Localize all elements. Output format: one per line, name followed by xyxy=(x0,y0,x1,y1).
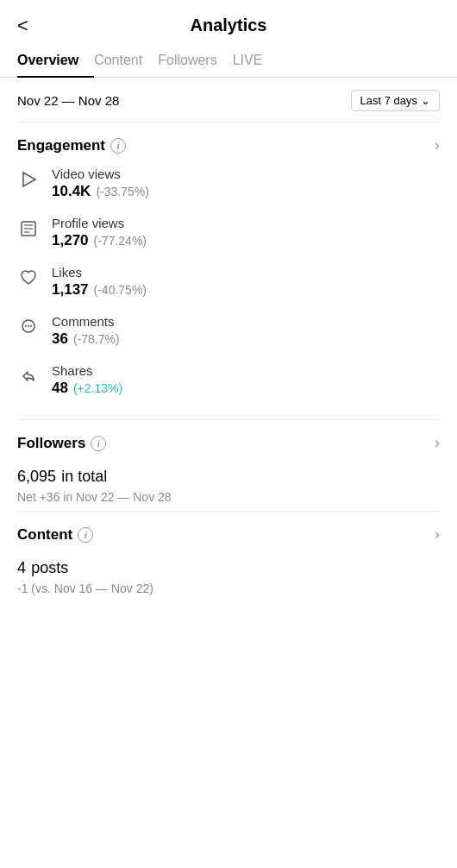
metric-profile-views: Profile views 1,270 (-77.24%) xyxy=(17,216,440,249)
tabs-container: Overview Content Followers LIVE xyxy=(0,44,457,78)
content-posts: 4 posts xyxy=(17,556,440,578)
video-views-change: (-33.75%) xyxy=(96,185,148,198)
tab-overview[interactable]: Overview xyxy=(17,44,94,77)
date-range-label: Nov 22 — Nov 28 xyxy=(17,93,119,108)
share-icon xyxy=(17,365,40,387)
profile-views-value: 1,270 xyxy=(52,232,89,249)
shares-value: 48 xyxy=(52,380,68,397)
content-compare: -1 (vs. Nov 16 — Nov 22) xyxy=(17,582,440,595)
tab-followers[interactable]: Followers xyxy=(158,44,232,77)
followers-net: Net +36 in Nov 22 — Nov 28 xyxy=(17,490,440,504)
comments-change: (-78.7%) xyxy=(73,332,120,346)
content-header: Content i › xyxy=(17,525,440,544)
followers-total-label: in total xyxy=(61,468,107,485)
followers-header: Followers i › xyxy=(17,434,440,452)
video-views-value: 10.4K xyxy=(52,183,91,200)
date-row: Nov 22 — Nov 28 Last 7 days ⌄ xyxy=(0,78,457,122)
video-views-content: Video views 10.4K (-33.75%) xyxy=(52,167,440,200)
metric-comments: Comments 36 (-78.7%) xyxy=(17,314,440,348)
engagement-title: Engagement i xyxy=(17,137,126,154)
likes-label: Likes xyxy=(52,265,440,280)
followers-section: Followers i › 6,095 in total Net +36 in … xyxy=(0,420,457,511)
video-views-label: Video views xyxy=(52,167,440,181)
page-title: Analytics xyxy=(191,16,267,35)
followers-chevron-icon[interactable]: › xyxy=(435,434,440,452)
content-section: Content i › 4 posts -1 (vs. Nov 16 — Nov… xyxy=(0,512,457,602)
svg-point-8 xyxy=(30,325,32,327)
metric-shares: Shares 48 (+2.13%) xyxy=(17,363,440,397)
back-button[interactable]: < xyxy=(17,15,28,37)
engagement-chevron-icon[interactable]: › xyxy=(435,136,440,154)
content-title: Content i xyxy=(17,526,93,544)
shares-label: Shares xyxy=(52,363,440,378)
shares-change: (+2.13%) xyxy=(73,381,122,395)
header: < Analytics xyxy=(0,0,457,44)
likes-value: 1,137 xyxy=(52,281,89,299)
shares-value-row: 48 (+2.13%) xyxy=(52,380,440,397)
profile-views-content: Profile views 1,270 (-77.24%) xyxy=(52,216,440,249)
content-posts-label: posts xyxy=(31,559,68,576)
profile-icon xyxy=(17,217,40,240)
tab-content[interactable]: Content xyxy=(94,44,158,77)
date-selector-label: Last 7 days xyxy=(360,94,418,107)
comments-content: Comments 36 (-78.7%) xyxy=(52,314,440,348)
svg-marker-0 xyxy=(23,173,35,186)
content-info-icon[interactable]: i xyxy=(78,527,93,543)
likes-value-row: 1,137 (-40.75%) xyxy=(52,281,440,299)
svg-point-6 xyxy=(25,325,27,327)
metric-likes: Likes 1,137 (-40.75%) xyxy=(17,265,440,299)
content-chevron-icon[interactable]: › xyxy=(435,525,440,544)
followers-info-icon[interactable]: i xyxy=(91,436,106,451)
likes-change: (-40.75%) xyxy=(94,283,147,297)
followers-total: 6,095 in total xyxy=(17,464,440,487)
comments-label: Comments xyxy=(52,314,440,329)
comment-icon xyxy=(17,316,40,338)
chevron-down-icon: ⌄ xyxy=(421,94,430,107)
likes-content: Likes 1,137 (-40.75%) xyxy=(52,265,440,299)
play-icon xyxy=(17,168,40,191)
comments-value-row: 36 (-78.7%) xyxy=(52,330,440,348)
profile-views-label: Profile views xyxy=(52,216,440,230)
profile-views-change: (-77.24%) xyxy=(94,234,147,248)
engagement-section: Engagement i › Video views 10.4K (-33.75… xyxy=(0,123,457,419)
comments-value: 36 xyxy=(52,330,68,348)
shares-content: Shares 48 (+2.13%) xyxy=(52,363,440,397)
engagement-header: Engagement i › xyxy=(17,136,440,154)
heart-icon xyxy=(17,267,40,289)
date-selector[interactable]: Last 7 days ⌄ xyxy=(351,90,441,111)
tab-live[interactable]: LIVE xyxy=(233,44,279,77)
video-views-value-row: 10.4K (-33.75%) xyxy=(52,183,440,200)
metric-video-views: Video views 10.4K (-33.75%) xyxy=(17,167,440,200)
svg-point-7 xyxy=(28,325,29,327)
followers-title: Followers i xyxy=(17,435,106,452)
engagement-info-icon[interactable]: i xyxy=(110,138,126,154)
profile-views-value-row: 1,270 (-77.24%) xyxy=(52,232,440,249)
